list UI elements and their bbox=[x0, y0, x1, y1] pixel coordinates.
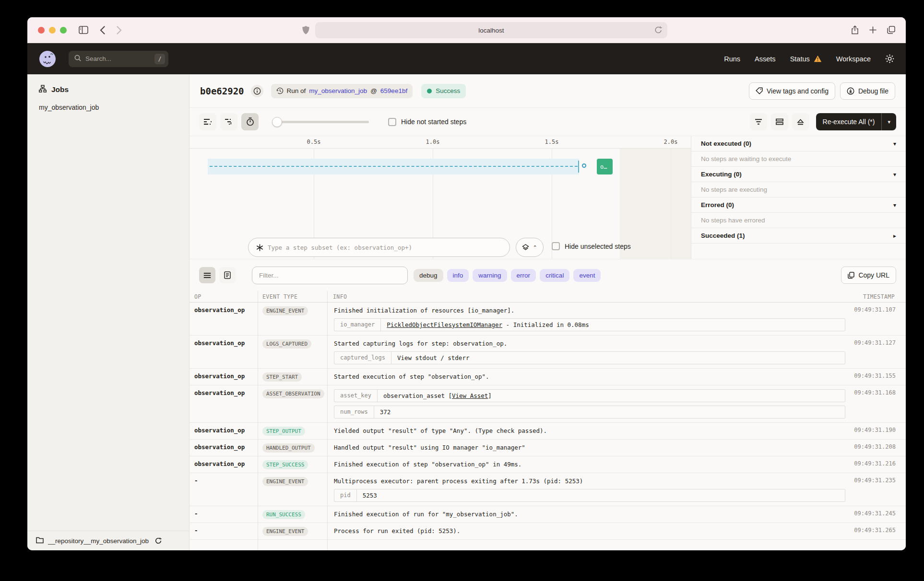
info-icon[interactable] bbox=[251, 85, 263, 97]
log-level-debug[interactable]: debug bbox=[414, 269, 443, 282]
eject-icon[interactable] bbox=[792, 113, 809, 130]
sidebar-toggle-icon[interactable] bbox=[79, 26, 88, 34]
share-icon[interactable] bbox=[851, 25, 859, 35]
sidebar-item-my_observation_job[interactable]: my_observation_job bbox=[27, 101, 189, 114]
back-icon[interactable] bbox=[100, 26, 105, 35]
log-eventtype-cell: STEP_OUTPUT bbox=[258, 423, 327, 439]
debug-file-button[interactable]: Debug file bbox=[840, 82, 895, 100]
log-info-cell: Multiprocess executor: parent process ex… bbox=[327, 473, 854, 506]
close-window-button[interactable] bbox=[38, 27, 45, 34]
log-level-critical[interactable]: critical bbox=[540, 269, 569, 282]
row-density-icon[interactable] bbox=[771, 113, 788, 130]
status-text: Success bbox=[436, 87, 460, 94]
log-timestamp: 09:49:31.155 bbox=[854, 369, 897, 385]
view-tags-config-label: View tags and config bbox=[767, 87, 829, 95]
log-info-cell: Yielded output "result" of type "Any". (… bbox=[327, 423, 854, 439]
copy-url-button[interactable]: Copy URL bbox=[841, 267, 896, 284]
graph-query-toggle-button[interactable]: ⌃ bbox=[516, 238, 544, 257]
status-section-header[interactable]: Executing (0)▾ bbox=[691, 167, 906, 182]
status-section-header[interactable]: Errored (0)▾ bbox=[691, 198, 906, 213]
gantt-flat-view-icon[interactable] bbox=[199, 113, 216, 130]
metadata-link[interactable]: View Asset bbox=[452, 392, 488, 399]
log-structured-view-icon[interactable] bbox=[219, 267, 236, 283]
nav-item-workspace[interactable]: Workspace bbox=[836, 55, 871, 63]
refresh-icon[interactable] bbox=[155, 537, 162, 544]
metadata-link[interactable]: View stdout / stderr bbox=[397, 354, 470, 361]
status-section-title: Executing (0) bbox=[701, 171, 742, 178]
log-filter-inputwrap[interactable] bbox=[252, 267, 408, 284]
dagster-logo[interactable] bbox=[39, 50, 56, 68]
metadata-value: 372 bbox=[374, 406, 397, 418]
status-empty-text: No steps are waiting to execute bbox=[701, 155, 791, 163]
status-section-header[interactable]: Not executed (0)▾ bbox=[691, 136, 906, 151]
repository-row[interactable]: __repository__my_observation_job bbox=[27, 531, 189, 550]
op-selector-icon bbox=[256, 244, 263, 251]
new-tab-icon[interactable] bbox=[869, 26, 877, 34]
at-separator: @ bbox=[370, 87, 377, 94]
code-version-link[interactable]: 659ee1bf bbox=[380, 87, 407, 94]
log-level-event[interactable]: event bbox=[573, 269, 601, 282]
log-level-warning[interactable]: warning bbox=[473, 269, 507, 282]
sidebar-title: Jobs bbox=[51, 85, 69, 94]
log-eventtype-cell: STEP_SUCCESS bbox=[258, 456, 327, 473]
gantt-zoom-slider[interactable] bbox=[272, 113, 369, 130]
status-empty-row: No steps have errored bbox=[691, 213, 906, 228]
url-text: localhost bbox=[478, 27, 504, 34]
status-section-header[interactable]: Succeeded (1)▸ bbox=[691, 228, 906, 244]
job-name-link[interactable]: my_observation_job bbox=[309, 87, 367, 94]
app-nav-items: RunsAssetsStatusWorkspace bbox=[724, 55, 871, 63]
folder-icon bbox=[36, 537, 44, 545]
browser-actions bbox=[851, 25, 895, 35]
log-row: observation_opSTEP_SUCCESSFinished execu… bbox=[190, 456, 906, 473]
log-eventtype-cell: ENGINE_EVENT bbox=[258, 473, 327, 506]
log-level-info[interactable]: info bbox=[447, 269, 469, 282]
nav-item-assets[interactable]: Assets bbox=[755, 55, 776, 63]
log-row: observation_opASSET_OBSERVATIONasset_key… bbox=[190, 385, 906, 423]
log-op: observation_op bbox=[190, 456, 258, 473]
gantt-step-bar[interactable]: o… bbox=[597, 159, 613, 174]
gantt-section: 0.5s1.0s1.5s2.0s o… bbox=[190, 136, 906, 259]
status-empty-row: No steps are executing bbox=[691, 182, 906, 198]
log-op: observation_op bbox=[190, 423, 258, 439]
tabs-overview-icon[interactable] bbox=[887, 26, 895, 34]
gantt-timed-view-icon[interactable] bbox=[241, 113, 259, 130]
nav-item-label: Runs bbox=[724, 55, 740, 63]
filter-funnel-icon[interactable] bbox=[750, 113, 767, 130]
reload-icon[interactable] bbox=[655, 26, 662, 35]
step-subset-inputwrap[interactable] bbox=[248, 238, 510, 257]
success-dot-icon bbox=[427, 89, 432, 93]
gantt-waterfall-view-icon[interactable] bbox=[220, 113, 237, 130]
hide-not-started-checkbox[interactable]: Hide not started steps bbox=[388, 118, 466, 126]
hide-unselected-checkbox[interactable]: Hide unselected steps bbox=[552, 242, 631, 250]
step-subset-input[interactable] bbox=[268, 244, 502, 251]
event-type-badge: STEP_START bbox=[262, 372, 302, 382]
minimize-window-button[interactable] bbox=[49, 27, 56, 34]
log-filter-input[interactable] bbox=[259, 272, 401, 279]
slider-knob[interactable] bbox=[272, 117, 282, 127]
run-of-tag[interactable]: Run of my_observation_job @ 659ee1bf bbox=[271, 84, 413, 98]
view-tags-config-button[interactable]: View tags and config bbox=[749, 82, 835, 100]
gear-icon[interactable] bbox=[885, 54, 894, 63]
nav-item-status[interactable]: Status bbox=[790, 55, 822, 63]
reexecute-all-label[interactable]: Re-execute All (*) bbox=[816, 113, 882, 130]
forward-icon[interactable] bbox=[117, 26, 122, 35]
event-type-badge: ENGINE_EVENT bbox=[262, 477, 308, 486]
reexecute-dropdown-button[interactable]: ▾ bbox=[881, 113, 896, 130]
zoom-window-button[interactable] bbox=[60, 27, 67, 34]
global-search-input[interactable]: Search... / bbox=[69, 51, 168, 67]
tag-icon bbox=[756, 87, 763, 94]
log-op: observation_op bbox=[190, 302, 258, 335]
log-message: Finished initialization of resources [io… bbox=[334, 306, 848, 315]
log-level-error[interactable]: error bbox=[511, 269, 536, 282]
chevron-up-icon: ⌃ bbox=[533, 244, 537, 251]
step-marker-icon[interactable] bbox=[582, 163, 586, 168]
address-bar[interactable]: localhost bbox=[315, 22, 667, 38]
nav-item-runs[interactable]: Runs bbox=[724, 55, 740, 63]
shield-icon[interactable] bbox=[302, 26, 309, 35]
metadata-key: asset_key bbox=[334, 390, 378, 402]
log-list-view-icon[interactable] bbox=[199, 267, 215, 283]
checkbox-icon[interactable] bbox=[552, 242, 560, 250]
reexecute-all-button[interactable]: Re-execute All (*) ▾ bbox=[816, 113, 896, 130]
checkbox-icon[interactable] bbox=[388, 118, 396, 126]
metadata-link[interactable]: PickledObjectFilesystemIOManager bbox=[387, 321, 502, 328]
